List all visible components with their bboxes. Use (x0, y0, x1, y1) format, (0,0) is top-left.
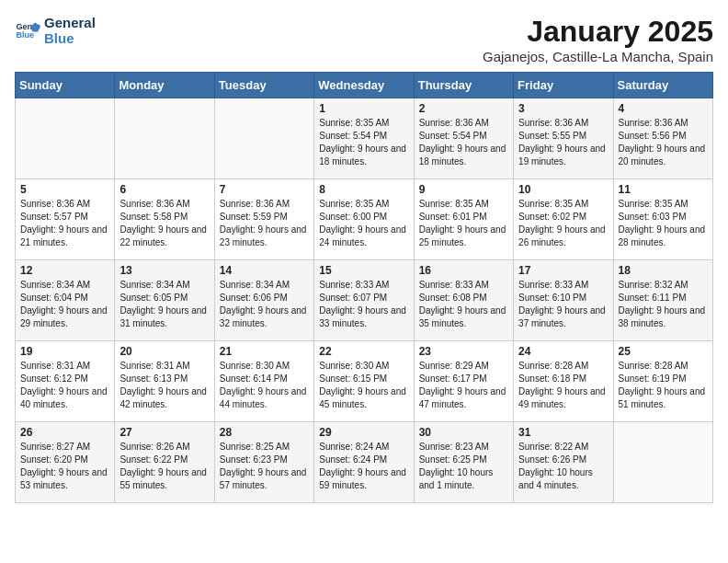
day-number: 12 (20, 264, 109, 277)
day-info: Sunrise: 8:35 AM Sunset: 5:54 PM Dayligh… (319, 117, 408, 168)
day-info: Sunrise: 8:31 AM Sunset: 6:12 PM Dayligh… (20, 360, 109, 411)
day-number: 22 (319, 345, 408, 358)
header-monday: Monday (115, 73, 214, 98)
day-number: 13 (119, 264, 209, 277)
calendar-cell: 24 Sunrise: 8:28 AM Sunset: 6:18 PM Dayl… (514, 341, 613, 422)
day-info: Sunrise: 8:26 AM Sunset: 6:22 PM Dayligh… (119, 441, 209, 492)
day-number: 19 (20, 345, 109, 358)
header-friday: Friday (514, 73, 613, 98)
svg-text:Blue: Blue (16, 31, 34, 40)
calendar-cell: 25 Sunrise: 8:28 AM Sunset: 6:19 PM Dayl… (613, 341, 712, 422)
day-info: Sunrise: 8:35 AM Sunset: 6:00 PM Dayligh… (319, 198, 408, 249)
calendar-table: SundayMondayTuesdayWednesdayThursdayFrid… (15, 72, 713, 503)
day-info: Sunrise: 8:33 AM Sunset: 6:08 PM Dayligh… (419, 279, 508, 330)
calendar-cell: 3 Sunrise: 8:36 AM Sunset: 5:55 PM Dayli… (514, 98, 613, 179)
calendar-cell: 5 Sunrise: 8:36 AM Sunset: 5:57 PM Dayli… (16, 179, 115, 260)
day-info: Sunrise: 8:34 AM Sunset: 6:04 PM Dayligh… (20, 279, 109, 330)
calendar-cell: 12 Sunrise: 8:34 AM Sunset: 6:04 PM Dayl… (16, 260, 115, 341)
day-number: 24 (518, 345, 608, 358)
day-info: Sunrise: 8:33 AM Sunset: 6:07 PM Dayligh… (319, 279, 408, 330)
day-number: 25 (619, 345, 708, 358)
calendar-cell (613, 422, 712, 503)
day-info: Sunrise: 8:30 AM Sunset: 6:14 PM Dayligh… (220, 360, 309, 411)
calendar-cell: 27 Sunrise: 8:26 AM Sunset: 6:22 PM Dayl… (115, 422, 214, 503)
day-info: Sunrise: 8:34 AM Sunset: 6:05 PM Dayligh… (119, 279, 209, 330)
day-info: Sunrise: 8:25 AM Sunset: 6:23 PM Dayligh… (220, 441, 309, 492)
day-info: Sunrise: 8:36 AM Sunset: 5:59 PM Dayligh… (220, 198, 309, 249)
calendar-cell: 30 Sunrise: 8:23 AM Sunset: 6:25 PM Dayl… (414, 422, 513, 503)
title-area: January 2025 Gajanejos, Castille-La Manc… (483, 15, 713, 64)
day-info: Sunrise: 8:23 AM Sunset: 6:25 PM Dayligh… (419, 441, 508, 492)
day-number: 1 (319, 102, 408, 115)
day-info: Sunrise: 8:22 AM Sunset: 6:26 PM Dayligh… (518, 441, 608, 492)
day-info: Sunrise: 8:28 AM Sunset: 6:18 PM Dayligh… (518, 360, 608, 411)
day-info: Sunrise: 8:31 AM Sunset: 6:13 PM Dayligh… (119, 360, 209, 411)
calendar-cell: 15 Sunrise: 8:33 AM Sunset: 6:07 PM Dayl… (314, 260, 414, 341)
day-info: Sunrise: 8:24 AM Sunset: 6:24 PM Dayligh… (319, 441, 408, 492)
logo-icon: General Blue (15, 17, 40, 43)
day-info: Sunrise: 8:32 AM Sunset: 6:11 PM Dayligh… (619, 279, 708, 330)
day-info: Sunrise: 8:36 AM Sunset: 5:56 PM Dayligh… (619, 117, 708, 168)
calendar-week-0: 1 Sunrise: 8:35 AM Sunset: 5:54 PM Dayli… (16, 98, 713, 179)
calendar-cell: 7 Sunrise: 8:36 AM Sunset: 5:59 PM Dayli… (214, 179, 313, 260)
calendar-cell: 9 Sunrise: 8:35 AM Sunset: 6:01 PM Dayli… (414, 179, 513, 260)
day-number: 4 (619, 102, 708, 115)
day-info: Sunrise: 8:35 AM Sunset: 6:01 PM Dayligh… (419, 198, 508, 249)
calendar-cell (16, 98, 115, 179)
day-number: 29 (319, 426, 408, 439)
day-number: 7 (220, 183, 309, 196)
day-number: 8 (319, 183, 408, 196)
calendar-cell (214, 98, 313, 179)
logo-general: General (44, 15, 96, 30)
calendar-cell: 1 Sunrise: 8:35 AM Sunset: 5:54 PM Dayli… (314, 98, 414, 179)
day-number: 30 (419, 426, 508, 439)
day-info: Sunrise: 8:36 AM Sunset: 5:55 PM Dayligh… (518, 117, 608, 168)
calendar-cell: 14 Sunrise: 8:34 AM Sunset: 6:06 PM Dayl… (214, 260, 313, 341)
calendar-cell: 21 Sunrise: 8:30 AM Sunset: 6:14 PM Dayl… (214, 341, 313, 422)
calendar-cell: 6 Sunrise: 8:36 AM Sunset: 5:58 PM Dayli… (115, 179, 214, 260)
day-number: 16 (419, 264, 508, 277)
calendar-title: January 2025 (483, 15, 713, 49)
day-number: 17 (518, 264, 608, 277)
day-number: 20 (119, 345, 209, 358)
day-number: 26 (20, 426, 109, 439)
calendar-subtitle: Gajanejos, Castille-La Mancha, Spain (483, 49, 713, 64)
day-number: 3 (518, 102, 608, 115)
calendar-cell: 19 Sunrise: 8:31 AM Sunset: 6:12 PM Dayl… (16, 341, 115, 422)
calendar-cell: 28 Sunrise: 8:25 AM Sunset: 6:23 PM Dayl… (214, 422, 313, 503)
logo-blue: Blue (44, 30, 96, 46)
calendar-cell: 13 Sunrise: 8:34 AM Sunset: 6:05 PM Dayl… (115, 260, 214, 341)
day-number: 21 (220, 345, 309, 358)
calendar-header-row: SundayMondayTuesdayWednesdayThursdayFrid… (16, 73, 713, 98)
day-number: 31 (518, 426, 608, 439)
calendar-cell (115, 98, 214, 179)
calendar-cell: 10 Sunrise: 8:35 AM Sunset: 6:02 PM Dayl… (514, 179, 613, 260)
day-number: 5 (20, 183, 109, 196)
day-info: Sunrise: 8:35 AM Sunset: 6:02 PM Dayligh… (518, 198, 608, 249)
calendar-cell: 31 Sunrise: 8:22 AM Sunset: 6:26 PM Dayl… (514, 422, 613, 503)
day-info: Sunrise: 8:36 AM Sunset: 5:57 PM Dayligh… (20, 198, 109, 249)
header-sunday: Sunday (16, 73, 115, 98)
day-number: 2 (419, 102, 508, 115)
day-info: Sunrise: 8:36 AM Sunset: 5:58 PM Dayligh… (119, 198, 209, 249)
calendar-cell: 11 Sunrise: 8:35 AM Sunset: 6:03 PM Dayl… (613, 179, 712, 260)
day-info: Sunrise: 8:27 AM Sunset: 6:20 PM Dayligh… (20, 441, 109, 492)
day-number: 10 (518, 183, 608, 196)
day-info: Sunrise: 8:30 AM Sunset: 6:15 PM Dayligh… (319, 360, 408, 411)
calendar-cell: 18 Sunrise: 8:32 AM Sunset: 6:11 PM Dayl… (613, 260, 712, 341)
calendar-cell: 8 Sunrise: 8:35 AM Sunset: 6:00 PM Dayli… (314, 179, 414, 260)
header-wednesday: Wednesday (314, 73, 414, 98)
day-number: 14 (220, 264, 309, 277)
day-info: Sunrise: 8:35 AM Sunset: 6:03 PM Dayligh… (619, 198, 708, 249)
day-info: Sunrise: 8:29 AM Sunset: 6:17 PM Dayligh… (419, 360, 508, 411)
calendar-week-4: 26 Sunrise: 8:27 AM Sunset: 6:20 PM Dayl… (16, 422, 713, 503)
calendar-week-1: 5 Sunrise: 8:36 AM Sunset: 5:57 PM Dayli… (16, 179, 713, 260)
header-saturday: Saturday (613, 73, 712, 98)
calendar-cell: 16 Sunrise: 8:33 AM Sunset: 6:08 PM Dayl… (414, 260, 513, 341)
header-tuesday: Tuesday (214, 73, 313, 98)
logo: General Blue General Blue (15, 15, 96, 47)
day-info: Sunrise: 8:36 AM Sunset: 5:54 PM Dayligh… (419, 117, 508, 168)
calendar-cell: 23 Sunrise: 8:29 AM Sunset: 6:17 PM Dayl… (414, 341, 513, 422)
calendar-week-2: 12 Sunrise: 8:34 AM Sunset: 6:04 PM Dayl… (16, 260, 713, 341)
calendar-cell: 26 Sunrise: 8:27 AM Sunset: 6:20 PM Dayl… (16, 422, 115, 503)
